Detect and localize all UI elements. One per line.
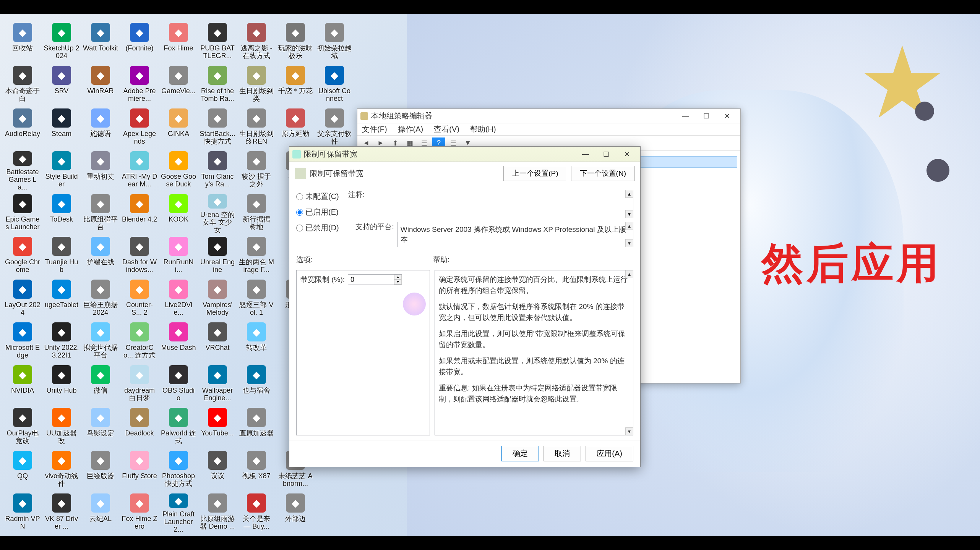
desktop-icon[interactable]: ◆Wallpaper Engine... xyxy=(199,364,236,405)
desktop-icon[interactable]: ◆ATRI -My Dear M... xyxy=(121,150,158,191)
desktop-icon[interactable]: ◆Style Builder xyxy=(43,150,80,191)
desktop-icon[interactable]: ◆ToDesk xyxy=(43,192,80,234)
desktop-icon[interactable]: ◆Apex Legends xyxy=(121,107,158,148)
desktop-icon[interactable]: ◆Goose Goose Duck xyxy=(160,150,197,191)
desktop-icon[interactable]: ◆LayOut 2024 xyxy=(4,278,41,319)
spin-down-button[interactable]: ▼ xyxy=(394,280,402,285)
desktop-icon[interactable]: ◆VK 87 Driver ... xyxy=(43,492,80,533)
desktop-icon[interactable]: ◆微信 xyxy=(82,364,119,405)
desktop-icon[interactable]: ◆OBS Studio xyxy=(160,364,197,405)
desktop-icon[interactable]: ◆Photoshop 快捷方式 xyxy=(160,449,197,490)
desktop-icon[interactable]: ◆视板 X87 xyxy=(238,449,275,490)
maximize-button[interactable]: ☐ xyxy=(696,110,717,123)
desktop-icon[interactable]: ◆拟竞世代据 平台 xyxy=(82,321,119,362)
desktop-icon[interactable]: ◆UU加速器 改 xyxy=(43,406,80,448)
radio-enabled[interactable]: 已启用(E) xyxy=(296,207,339,217)
desktop-icon[interactable]: ◆议议 xyxy=(199,449,236,490)
next-setting-button[interactable]: 下一个设置(N) xyxy=(571,166,635,181)
desktop-icon[interactable]: ◆GameVie... xyxy=(160,64,197,105)
radio-disabled[interactable]: 已禁用(D) xyxy=(296,223,339,233)
desktop-icon[interactable]: ◆本命奇迹于白 xyxy=(4,64,41,105)
scroll-up-button[interactable]: ▲ xyxy=(625,270,633,278)
desktop-icon[interactable]: ◆转改革 xyxy=(238,321,275,362)
desktop-icon[interactable]: ◆Counter-S... 2 xyxy=(121,278,158,319)
desktop-icon[interactable]: ◆Palworld 连式 xyxy=(160,406,197,448)
cancel-button[interactable]: 取消 xyxy=(544,446,581,461)
desktop-icon[interactable]: ◆鸟影设定 xyxy=(82,406,119,448)
desktop-icon[interactable]: ◆VRChat xyxy=(199,321,236,362)
policy-dialog[interactable]: 限制可保留带宽 — ☐ ✕ 限制可保留带宽 上一个设置(P) 下一个设置(N) … xyxy=(289,146,641,467)
desktop-icon[interactable]: ◆Epic Games Launcher xyxy=(4,192,41,234)
desktop-icon[interactable]: ◆Google Chrome xyxy=(4,235,41,277)
desktop-icon[interactable]: ◆父亲支付软件 xyxy=(316,107,353,148)
desktop-icon[interactable]: ◆Ubisoft Connect xyxy=(316,64,353,105)
scroll-down-button[interactable]: ▼ xyxy=(625,427,633,435)
menu-action[interactable]: 操作(A) xyxy=(396,123,426,135)
scroll-down-button[interactable]: ▼ xyxy=(625,210,633,218)
desktop-icon[interactable]: ◆逃离之影 - 在线方式 xyxy=(238,21,275,63)
desktop-icon[interactable]: ◆AudioRelay xyxy=(4,107,41,148)
desktop-icon[interactable]: ◆Steam xyxy=(43,107,80,148)
close-button[interactable]: ✕ xyxy=(617,148,637,161)
desktop-icon[interactable]: ◆vivo奇动线件 xyxy=(43,449,80,490)
desktop-icon[interactable]: ◆生的两色 Mirage F... xyxy=(238,235,275,277)
desktop-icon[interactable]: ◆YouTube... xyxy=(199,406,236,448)
desktop-icon[interactable]: ◆也与宿舍 xyxy=(238,364,275,405)
desktop-icon[interactable]: ◆Plain Craft Launcher 2... xyxy=(160,492,197,533)
desktop-icon[interactable]: ◆U-ena 空的女车 文少女 xyxy=(199,192,236,234)
desktop-icon[interactable]: ◆Tom Clancy's Ra... xyxy=(199,150,236,191)
desktop-icon[interactable]: ◆Blender 4.2 xyxy=(121,192,158,234)
comment-textbox[interactable]: ▲ ▼ xyxy=(368,190,633,218)
scroll-up-button[interactable]: ▲ xyxy=(625,190,633,198)
scroll-up-button[interactable]: ▲ xyxy=(625,222,633,230)
minimize-button[interactable]: — xyxy=(575,148,596,161)
desktop-icon[interactable]: ◆Watt Toolkit xyxy=(82,21,119,63)
desktop-icon[interactable]: ◆GINKA xyxy=(160,107,197,148)
radio-disabled-input[interactable] xyxy=(296,225,303,231)
desktop-icon[interactable]: ◆护端在线 xyxy=(82,235,119,277)
desktop-icon[interactable]: ◆Fluffy Store xyxy=(121,449,158,490)
desktop-icon[interactable]: ◆KOOK xyxy=(160,192,197,234)
desktop-icon[interactable]: ◆Fox Hime Zero xyxy=(121,492,158,533)
desktop-icon[interactable]: ◆比原组碰平台 xyxy=(82,192,119,234)
desktop-icon[interactable]: ◆Microsoft Edge xyxy=(4,321,41,362)
desktop-icon[interactable]: ◆(Fortnite) xyxy=(121,21,158,63)
desktop-icon[interactable]: ◆玩家的滋味 极乐 xyxy=(277,21,314,63)
desktop-icon[interactable]: ◆daydream 白日梦 xyxy=(121,364,158,405)
desktop-icon[interactable]: ◆RunRunNi... xyxy=(160,235,197,277)
gpedit-titlebar[interactable]: 本地组策略编辑器 — ☐ ✕ xyxy=(357,109,740,123)
desktop-icon[interactable]: ◆千恋＊万花 xyxy=(277,64,314,105)
desktop-icon[interactable]: ◆Dash for Windows... xyxy=(121,235,158,277)
desktop-icon[interactable]: ◆巨绘王崩据 2024 xyxy=(82,278,119,319)
desktop-icon[interactable]: ◆PUBG BATTLEGR... xyxy=(199,21,236,63)
policy-titlebar[interactable]: 限制可保留带宽 — ☐ ✕ xyxy=(289,147,640,162)
radio-not-configured[interactable]: 未配置(C) xyxy=(296,191,339,202)
minimize-button[interactable]: — xyxy=(675,110,696,123)
desktop-icon[interactable]: ◆生日剧场到 类 xyxy=(238,64,275,105)
desktop-icon[interactable]: ◆施德语 xyxy=(82,107,119,148)
spin-up-button[interactable]: ▲ xyxy=(394,275,402,280)
desktop-icon[interactable]: ◆直原加速器 xyxy=(238,406,275,448)
desktop-icon[interactable]: ◆Radmin VPN xyxy=(4,492,41,533)
desktop-icon[interactable]: ◆QQ xyxy=(4,449,41,490)
desktop-icon[interactable]: ◆原方延勤 xyxy=(277,107,314,148)
desktop-icon[interactable]: ◆ugeeTablet xyxy=(43,278,80,319)
desktop-icon[interactable]: ◆CreatorCo... 连方式 xyxy=(121,321,158,362)
desktop-icon[interactable]: ◆巨绘版器 xyxy=(82,449,119,490)
apply-button[interactable]: 应用(A) xyxy=(586,446,633,461)
desktop[interactable]: ★ ★ ★ 然后应用 ◆回收站◆SketchUp 2024◆Watt Toolk… xyxy=(0,14,980,536)
radio-not-configured-input[interactable] xyxy=(296,193,303,200)
desktop-icon[interactable]: ◆新行据据 树地 xyxy=(238,192,275,234)
ok-button[interactable]: 确定 xyxy=(501,446,539,461)
close-button[interactable]: ✕ xyxy=(717,110,737,123)
desktop-icon[interactable]: ◆回收站 xyxy=(4,21,41,63)
desktop-icon[interactable]: ◆SketchUp 2024 xyxy=(43,21,80,63)
desktop-icon[interactable]: ◆NVIDIA xyxy=(4,364,41,405)
desktop-icon[interactable]: ◆怒逐三部 Vol. 1 xyxy=(238,278,275,319)
desktop-icon[interactable]: ◆WinRAR xyxy=(82,64,119,105)
desktop-icon[interactable]: ◆Rise of the Tomb Ra... xyxy=(199,64,236,105)
desktop-icon[interactable]: ◆Live2DVie... xyxy=(160,278,197,319)
desktop-icon[interactable]: ◆Battlestate Games La... xyxy=(4,150,41,191)
desktop-icon[interactable]: ◆比原组雨游器 Demo ... xyxy=(199,492,236,533)
desktop-icon[interactable]: ◆云纪AL xyxy=(82,492,119,533)
